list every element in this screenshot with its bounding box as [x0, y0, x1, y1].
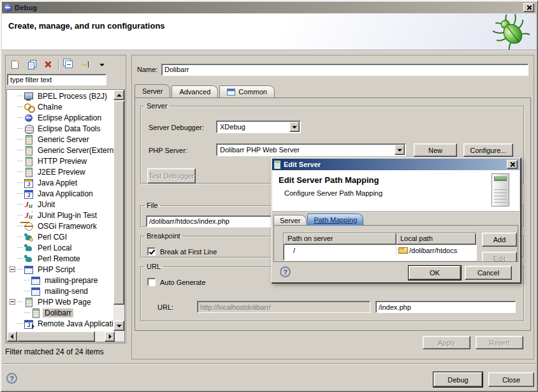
name-label: Name:	[137, 66, 161, 73]
configure-server-button[interactable]: Configure...	[463, 143, 513, 157]
column-header-path-on-server[interactable]: Path on server	[284, 233, 396, 245]
break-first-line-checkbox[interactable]	[147, 247, 156, 256]
add-mapping-button[interactable]: Add	[482, 233, 517, 247]
close-icon	[526, 5, 532, 11]
delete-button[interactable]	[41, 58, 54, 71]
tab-advanced[interactable]: Advanced	[171, 85, 218, 98]
scrollbar-thumb[interactable]	[17, 331, 95, 342]
php-server-select[interactable]: Dolibarr PHP Web Server	[216, 143, 406, 156]
tree-item[interactable]: Chaîne	[7, 101, 114, 112]
dialog-heading: Edit Server Path Mapping	[272, 170, 520, 185]
break-first-line-label: Break at First Line	[160, 248, 217, 256]
new-configuration-button[interactable]	[8, 58, 21, 71]
server-tower-icon	[491, 173, 509, 207]
tree-item[interactable]: PHP Script	[7, 264, 114, 275]
tree-item[interactable]: Java Application	[7, 188, 114, 199]
tree-item[interactable]: mailing-prepare	[7, 275, 114, 286]
junit-icon	[24, 200, 34, 209]
header-banner: Create, manage, and run configurations	[2, 13, 536, 50]
tab-common[interactable]: Common	[219, 85, 275, 98]
duplicate-button[interactable]	[25, 58, 38, 71]
collapse-expander-icon[interactable]	[10, 266, 15, 272]
test-debugger-button[interactable]: Test Debugger	[147, 168, 196, 184]
url-path-input[interactable]	[375, 301, 516, 313]
scroll-up-button[interactable]	[113, 90, 124, 100]
tree-item[interactable]: HTTP Preview	[7, 156, 114, 166]
window-close-button[interactable]	[523, 3, 534, 12]
scroll-left-button[interactable]	[7, 331, 17, 342]
filter-button[interactable]	[79, 58, 92, 71]
tree-item[interactable]: BPEL Process (B2J)	[7, 91, 114, 101]
tab-path-mapping[interactable]: Path Mapping	[307, 214, 363, 226]
edit-mapping-button[interactable]: Edit	[482, 252, 517, 262]
scroll-down-button[interactable]	[113, 321, 124, 331]
collapse-all-icon	[65, 61, 73, 68]
dialog-close-button[interactable]	[507, 160, 518, 169]
cancel-button[interactable]: Cancel	[465, 266, 512, 280]
dropdown-button[interactable]	[395, 145, 405, 155]
column-header-local-path[interactable]: Local path	[396, 233, 476, 245]
filter-status-text: Filter matched 24 of 24 items	[5, 347, 104, 356]
auto-generate-checkbox[interactable]	[147, 278, 156, 286]
debug-button[interactable]: Debug	[433, 372, 483, 387]
collapse-expander-icon[interactable]	[10, 299, 15, 305]
tree-item[interactable]: OSGi Framework	[7, 221, 114, 231]
revert-button[interactable]: Revert	[476, 336, 523, 349]
menu-dropdown-icon	[99, 64, 105, 66]
scroll-right-button[interactable]	[105, 331, 115, 342]
collapse-all-button[interactable]	[62, 58, 75, 71]
tree-item[interactable]: Perl CGI	[7, 231, 114, 242]
tree-item[interactable]: Generic Server	[7, 134, 114, 145]
php-web-page-icon	[24, 298, 34, 307]
tree-item[interactable]: mailing-send	[7, 286, 114, 296]
configurations-sidebar: BPEL Process (B2J) Chaîne Eclipse Applic…	[5, 55, 126, 344]
tree-item[interactable]: Remote Java Application	[7, 318, 114, 329]
duplicate-icon	[28, 62, 34, 69]
chain-icon	[24, 103, 34, 112]
dropdown-button[interactable]	[289, 122, 300, 132]
horizontal-scrollbar[interactable]	[7, 331, 115, 342]
osgi-framework-icon	[24, 222, 34, 231]
toolbar-menu-button[interactable]	[96, 58, 108, 71]
tab-server-settings[interactable]: Server	[273, 215, 307, 226]
help-button[interactable]	[6, 373, 17, 384]
tree-item[interactable]: Perl Remote	[7, 253, 114, 264]
table-icon	[227, 89, 235, 96]
scrollbar-thumb[interactable]	[113, 101, 124, 305]
tab-server[interactable]: Server	[134, 84, 170, 98]
new-server-button[interactable]: New	[414, 143, 457, 157]
tree-item[interactable]: JUnit Plug-in Test	[7, 210, 114, 221]
vertical-scrollbar[interactable]	[113, 90, 124, 342]
tree-item[interactable]: Eclipse Application	[7, 112, 114, 123]
chevron-down-icon	[292, 126, 297, 129]
filter-input[interactable]	[7, 74, 106, 85]
tree-item[interactable]: Generic Server(External La	[7, 145, 114, 156]
tree-item[interactable]: Java Applet	[7, 177, 114, 188]
server-debugger-select[interactable]: XDebug	[216, 120, 301, 133]
tree-item[interactable]: Perl Local	[7, 242, 114, 253]
tree-item-selected[interactable]: Dolibarr	[7, 307, 114, 318]
java-applet-icon	[24, 178, 34, 187]
dialog-subheading: Configure Server Path Mapping	[272, 185, 520, 197]
tree-item[interactable]: J2EE Preview	[7, 166, 114, 177]
php-script-icon	[24, 265, 34, 274]
delete-icon	[44, 61, 52, 68]
php-script-icon	[31, 287, 41, 296]
tree-item[interactable]: JUnit	[7, 199, 114, 210]
name-input[interactable]	[161, 64, 528, 76]
table-row[interactable]: / /dolibarr/htdocs	[284, 245, 476, 256]
help-button[interactable]	[280, 266, 291, 277]
tree-item[interactable]: Eclipse Data Tools	[7, 123, 114, 134]
apply-button[interactable]: Apply	[423, 336, 470, 349]
window-titlebar: Debug	[2, 2, 536, 13]
close-button[interactable]: Close	[488, 372, 534, 387]
ok-button[interactable]: OK	[409, 266, 461, 280]
php-script-icon	[31, 276, 41, 285]
tree-item[interactable]: PHP Web Page	[7, 296, 114, 307]
url-base-input[interactable]	[197, 301, 370, 313]
arrow-down-icon	[117, 324, 122, 327]
arrow-left-icon	[11, 334, 13, 339]
filter-icon	[81, 61, 90, 68]
page-title: Create, manage, and run configurations	[2, 13, 536, 31]
debug-configurations-window: Debug Create, manage, and run configurat…	[0, 0, 538, 392]
